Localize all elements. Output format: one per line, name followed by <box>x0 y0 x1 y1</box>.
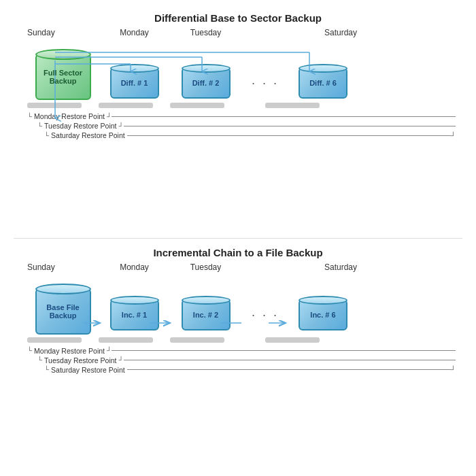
incremental-day-headers: Sunday Monday Tuesday Saturday <box>20 262 456 272</box>
diff1-cylinder: Diff. # 1 <box>110 67 159 99</box>
diff6-col: Diff. # 6 <box>289 48 357 99</box>
inc-blurred-2 <box>99 337 153 343</box>
full-sector-top <box>35 49 91 60</box>
inc6-label: Inc. # 6 <box>310 311 335 319</box>
inc-blurred-3 <box>170 337 224 343</box>
incremental-diagram-wrapper: Base FileBackup Inc. # 1 <box>20 275 456 335</box>
diff1-col: Diff. # 1 <box>99 48 170 99</box>
inc1-cylinder: Inc. # 1 <box>110 299 159 330</box>
diff-blurred-3 <box>170 103 224 108</box>
diff-saturday-label: Saturday Restore Point <box>51 131 125 139</box>
incremental-section: Incremental Chain to a File Backup Sunda… <box>14 241 462 470</box>
full-sector-backup-cylinder: Full SectorBackup <box>35 54 91 100</box>
full-sector-backup-col: Full SectorBackup <box>27 47 99 100</box>
inc6-body: Inc. # 6 <box>299 299 347 330</box>
inc-blurred-1 <box>27 337 82 343</box>
inc1-col: Inc. # 1 <box>99 285 170 330</box>
diff6-cylinder: Diff. # 6 <box>299 67 347 99</box>
diff-blurred-1 <box>27 103 82 108</box>
diff1-top <box>110 64 159 73</box>
inc-day-tuesday: Tuesday <box>170 262 241 272</box>
inc6-cylinder: Inc. # 6 <box>299 299 347 330</box>
differential-diagram-area: Full SectorBackup Diff. # 1 <box>20 47 456 100</box>
inc2-body: Inc. # 2 <box>182 299 231 330</box>
diff-day-sunday: Sunday <box>27 28 99 37</box>
inc1-label: Inc. # 1 <box>122 311 147 319</box>
diff6-body: Diff. # 6 <box>299 67 347 99</box>
inc2-cylinder: Inc. # 2 <box>182 299 231 330</box>
differential-day-headers: Sunday Monday Tuesday Saturday <box>20 28 456 37</box>
inc-day-saturday: Saturday <box>289 262 357 272</box>
diff-day-tuesday: Tuesday <box>170 28 241 37</box>
differential-diagram-wrapper: Full SectorBackup Diff. # 1 <box>20 40 456 100</box>
diff-blurred-row <box>20 103 456 108</box>
inc-blurred-row <box>20 337 456 343</box>
base-file-label: Base FileBackup <box>46 303 79 320</box>
inc-dots: · · · <box>241 308 289 322</box>
diff-monday-label: Monday Restore Point <box>34 112 105 120</box>
inc6-top <box>299 296 347 305</box>
diff2-body: Diff. # 2 <box>182 67 231 99</box>
inc-monday-label: Monday Restore Point <box>34 347 105 355</box>
diff-tuesday-label: Tuesday Restore Point <box>44 122 116 130</box>
section-divider <box>14 238 462 239</box>
diff-blurred-2 <box>99 103 153 108</box>
main-container: Differential Base to Sector Backup Sunda… <box>0 0 476 476</box>
base-file-body: Base FileBackup <box>35 288 91 335</box>
inc-restore-monday: └ Monday Restore Point ┘ <box>27 347 456 355</box>
diff2-col: Diff. # 2 <box>170 48 241 99</box>
inc-restore-points: └ Monday Restore Point ┘ └ Tuesday Resto… <box>20 347 456 374</box>
inc2-label: Inc. # 2 <box>193 311 218 319</box>
diff-restore-points: └ Monday Restore Point ┘ └ Tuesday Resto… <box>20 112 456 139</box>
inc2-top <box>182 296 231 305</box>
diff-day-saturday: Saturday <box>289 28 357 37</box>
diff6-top <box>299 64 347 73</box>
inc2-col: Inc. # 2 <box>170 285 241 330</box>
inc-blurred-4 <box>265 337 320 343</box>
inc6-col: Inc. # 6 <box>289 285 357 330</box>
diff-dots: · · · <box>241 76 289 90</box>
diff1-label: Diff. # 1 <box>121 79 148 87</box>
base-file-col: Base FileBackup <box>27 282 99 335</box>
base-file-cylinder: Base FileBackup <box>35 288 91 335</box>
inc1-top <box>110 296 159 305</box>
diff2-label: Diff. # 2 <box>192 79 220 87</box>
diff-blurred-4 <box>265 103 320 108</box>
inc-restore-saturday: └ Saturday Restore Point ┘ <box>27 366 456 374</box>
full-sector-label: Full SectorBackup <box>44 69 82 85</box>
diff2-top <box>182 64 231 73</box>
incremental-title: Incremental Chain to a File Backup <box>20 247 456 258</box>
diff2-cylinder: Diff. # 2 <box>182 67 231 99</box>
diff-restore-monday: └ Monday Restore Point ┘ <box>27 112 456 120</box>
diff-restore-tuesday: └ Tuesday Restore Point ┘ <box>27 122 456 130</box>
inc-saturday-label: Saturday Restore Point <box>51 366 125 374</box>
diff6-label: Diff. # 6 <box>309 79 337 87</box>
diff1-body: Diff. # 1 <box>110 67 159 99</box>
inc-day-monday: Monday <box>99 262 170 272</box>
differential-section: Differential Base to Sector Backup Sunda… <box>14 7 462 235</box>
base-file-top <box>35 284 91 294</box>
diff-restore-saturday: └ Saturday Restore Point ┘ <box>27 131 456 139</box>
full-sector-body: Full SectorBackup <box>35 54 91 100</box>
diff-day-monday: Monday <box>99 28 170 37</box>
inc-tuesday-label: Tuesday Restore Point <box>44 356 116 364</box>
inc-restore-tuesday: └ Tuesday Restore Point ┘ <box>27 356 456 364</box>
incremental-diagram-area: Base FileBackup Inc. # 1 <box>20 282 456 335</box>
inc1-body: Inc. # 1 <box>110 299 159 330</box>
inc-day-sunday: Sunday <box>27 262 99 272</box>
differential-title: Differential Base to Sector Backup <box>20 12 456 24</box>
